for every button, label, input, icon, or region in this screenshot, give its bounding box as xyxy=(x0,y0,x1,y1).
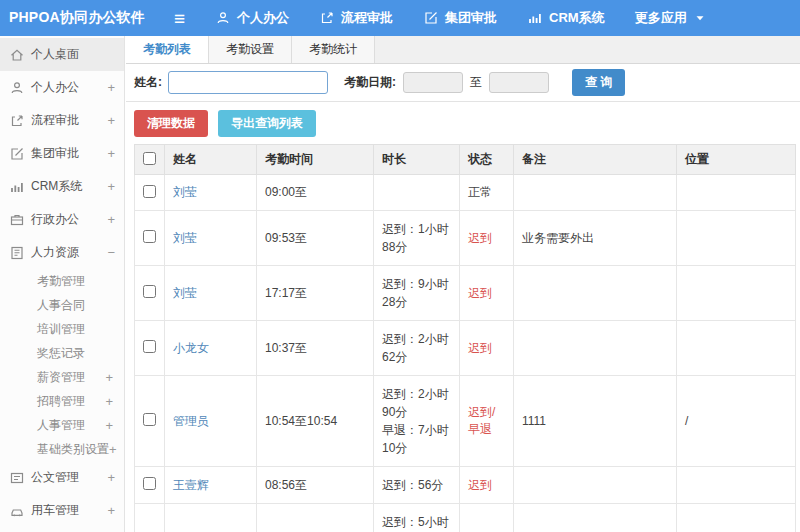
duration-line: 迟到：56分 xyxy=(382,476,451,494)
table-row: 王壹辉08:56至迟到：56分迟到 xyxy=(135,467,796,504)
location xyxy=(677,321,796,376)
row-checkbox[interactable] xyxy=(143,340,156,353)
tab[interactable]: 考勤统计 xyxy=(292,36,375,63)
duration-line: 迟到：1小时88分 xyxy=(382,220,451,256)
nav-item[interactable]: 更多应用 xyxy=(635,9,707,27)
attendance-table: 姓名考勤时间时长状态备注位置 刘莹09:00至正常刘莹09:53至迟到：1小时8… xyxy=(134,144,796,532)
remark: 1111 xyxy=(514,376,677,467)
status-badge: 迟到 xyxy=(460,467,514,504)
duration: 迟到：2小时62分 xyxy=(374,321,460,376)
nav-item[interactable]: 流程审批 xyxy=(319,9,393,27)
tab[interactable]: 考勤列表 xyxy=(126,36,209,63)
employee-name-link[interactable]: 刘莹 xyxy=(165,211,257,266)
remark xyxy=(514,175,677,211)
status-badge: 正常 xyxy=(460,175,514,211)
expand-icon[interactable]: + xyxy=(105,394,113,409)
row-checkbox[interactable] xyxy=(143,477,156,490)
sidebar-item[interactable]: 人力资源− xyxy=(0,236,124,269)
edit-icon xyxy=(9,146,25,162)
sidebar-item[interactable]: 公文管理+ xyxy=(0,461,124,494)
expand-icon[interactable]: + xyxy=(105,418,113,433)
nav-item-label: 流程审批 xyxy=(341,9,393,27)
sidebar-subitem[interactable]: 考勤管理 xyxy=(0,269,124,293)
sidebar-item[interactable]: CRM系统+ xyxy=(0,170,124,203)
employee-name-link[interactable]: 小龙女 xyxy=(165,321,257,376)
sidebar-item-label: 行政办公 xyxy=(31,211,79,228)
employee-name-link[interactable]: 黄蓉 xyxy=(165,504,257,532)
sidebar-item[interactable]: 流程审批+ xyxy=(0,104,124,137)
expand-icon[interactable]: + xyxy=(107,146,115,161)
employee-name-link[interactable]: 刘莹 xyxy=(165,175,257,211)
row-checkbox-cell xyxy=(135,504,165,532)
sidebar-item[interactable]: 集团审批+ xyxy=(0,137,124,170)
remark: 业务需要外出 xyxy=(514,211,677,266)
expand-icon[interactable]: + xyxy=(109,442,117,457)
expand-icon[interactable]: + xyxy=(107,179,115,194)
table-row: 小龙女10:37至迟到：2小时62分迟到 xyxy=(135,321,796,376)
name-input[interactable] xyxy=(168,71,328,94)
chart-icon xyxy=(9,179,25,195)
remark xyxy=(514,321,677,376)
app-logo[interactable]: PHPOA协同办公软件 xyxy=(0,9,160,27)
expand-icon[interactable]: + xyxy=(107,113,115,128)
nav-item[interactable]: 个人办公 xyxy=(215,9,289,27)
clean-data-button[interactable]: 清理数据 xyxy=(134,110,208,137)
expand-icon[interactable]: + xyxy=(107,470,115,485)
flow-icon xyxy=(9,113,25,129)
employee-name-link[interactable]: 刘莹 xyxy=(165,266,257,321)
row-checkbox[interactable] xyxy=(143,413,156,426)
sidebar-item[interactable]: 个人办公+ xyxy=(0,71,124,104)
tab[interactable]: 考勤设置 xyxy=(209,36,292,63)
expand-icon[interactable]: + xyxy=(107,80,115,95)
table-row: 刘莹17:17至迟到：9小时28分迟到 xyxy=(135,266,796,321)
search-button[interactable]: 查 询 xyxy=(572,69,625,96)
row-checkbox[interactable] xyxy=(143,185,156,198)
car-icon xyxy=(9,503,25,519)
expand-icon[interactable]: + xyxy=(105,370,113,385)
column-header: 姓名 xyxy=(165,145,257,175)
remark xyxy=(514,467,677,504)
sidebar-subitem[interactable]: 人事管理+ xyxy=(0,413,124,437)
employee-name-link[interactable]: 管理员 xyxy=(165,376,257,467)
remark xyxy=(514,504,677,532)
menu-toggle-icon[interactable]: ≡ xyxy=(174,9,185,28)
sidebar-item-label: 人力资源 xyxy=(31,244,79,261)
duration-line: 迟到：5小时33分 xyxy=(382,513,451,532)
briefcase-icon xyxy=(9,212,25,228)
sidebar-subitem-label: 基础类别设置 xyxy=(37,441,109,458)
duration-line: 迟到：2小时90分 xyxy=(382,385,451,421)
sidebar-subitem[interactable]: 基础类别设置+ xyxy=(0,437,124,461)
status-badge: 迟到 xyxy=(460,321,514,376)
sidebar-item[interactable]: 档案管理+ xyxy=(0,527,124,532)
sidebar-subitem[interactable]: 招聘管理+ xyxy=(0,389,124,413)
row-checkbox[interactable] xyxy=(143,230,156,243)
row-checkbox[interactable] xyxy=(143,285,156,298)
sidebar-subitem[interactable]: 人事合同 xyxy=(0,293,124,317)
date-from-input[interactable] xyxy=(403,72,463,93)
duration: 迟到：9小时28分 xyxy=(374,266,460,321)
sidebar-item[interactable]: 用车管理+ xyxy=(0,494,124,527)
hr-icon xyxy=(9,245,25,261)
sidebar-item[interactable]: 行政办公+ xyxy=(0,203,124,236)
top-menu: 个人办公流程审批集团审批CRM系统更多应用 xyxy=(185,9,707,27)
nav-item[interactable]: CRM系统 xyxy=(527,9,605,27)
employee-name-link[interactable]: 王壹辉 xyxy=(165,467,257,504)
sidebar-subitem[interactable]: 培训管理 xyxy=(0,317,124,341)
sidebar-item[interactable]: 个人桌面 xyxy=(0,38,124,71)
sidebar-subitem-label: 招聘管理 xyxy=(37,393,85,410)
remark xyxy=(514,266,677,321)
row-checkbox-cell xyxy=(135,211,165,266)
duration-line: 迟到：2小时62分 xyxy=(382,330,451,366)
collapse-icon[interactable]: − xyxy=(107,245,115,260)
action-bar: 清理数据 导出查询列表 xyxy=(126,102,800,144)
expand-icon[interactable]: + xyxy=(107,503,115,518)
sidebar-subitem[interactable]: 薪资管理+ xyxy=(0,365,124,389)
export-list-button[interactable]: 导出查询列表 xyxy=(218,110,316,137)
nav-item[interactable]: 集团审批 xyxy=(423,9,497,27)
date-to-input[interactable] xyxy=(489,72,549,93)
duration-line: 迟到：9小时28分 xyxy=(382,275,451,311)
duration-line: 早退：7小时10分 xyxy=(382,421,451,457)
expand-icon[interactable]: + xyxy=(107,212,115,227)
sidebar-subitem[interactable]: 奖惩记录 xyxy=(0,341,124,365)
select-all-checkbox[interactable] xyxy=(143,152,156,165)
